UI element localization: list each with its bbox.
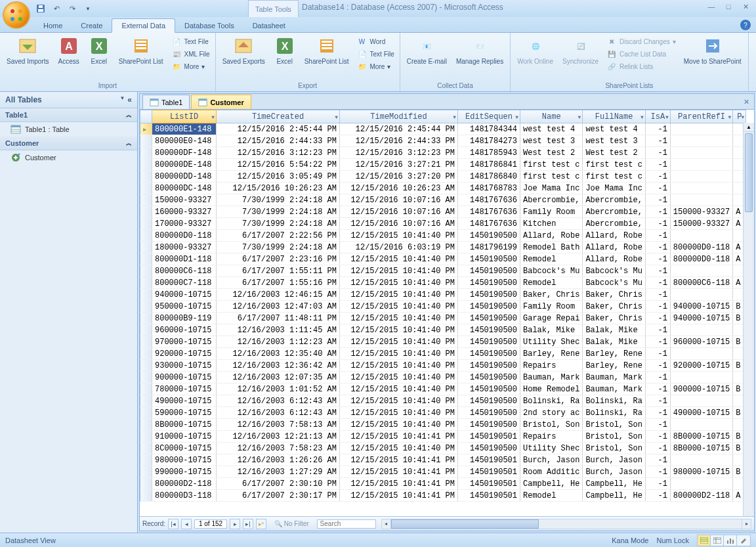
- scroll-left-icon[interactable]: ◂: [382, 519, 391, 529]
- grid-cell[interactable]: 12/15/2015 10:41:40 PM: [340, 372, 458, 383]
- grid-cell[interactable]: west test 3: [520, 135, 583, 147]
- select-all-rows[interactable]: [140, 110, 152, 123]
- grid-cell[interactable]: 12/15/2015 10:41:40 PM: [340, 395, 458, 407]
- grid-cell[interactable]: 12/15/2015 10:41:40 PM: [340, 324, 458, 336]
- column-header[interactable]: Name▼: [520, 110, 583, 123]
- grid-cell[interactable]: -1: [645, 324, 670, 336]
- grid-cell[interactable]: -1: [645, 123, 670, 135]
- grid-cell[interactable]: 12/16/2003 6:12:43 AM: [217, 395, 340, 407]
- qat-dropdown-icon[interactable]: ▼: [81, 2, 94, 15]
- grid-cell[interactable]: 8B0000-10715: [670, 443, 732, 454]
- row-selector[interactable]: [140, 183, 152, 194]
- grid-cell[interactable]: Abercrombie,: [583, 218, 645, 230]
- grid-cell[interactable]: 8B0000-10715: [670, 431, 732, 443]
- column-dropdown-icon[interactable]: ▼: [578, 114, 581, 120]
- grid-cell[interactable]: [670, 230, 732, 242]
- grid-cell[interactable]: 930000-10715: [152, 360, 217, 372]
- row-selector[interactable]: [140, 454, 152, 466]
- grid-cell[interactable]: 1450190500: [458, 348, 520, 360]
- grid-cell[interactable]: 12/15/2015 10:41:40 PM: [340, 348, 458, 360]
- grid-cell[interactable]: -1: [645, 253, 670, 265]
- export-text-button[interactable]: 📄Text File: [356, 48, 396, 60]
- row-selector[interactable]: [140, 159, 152, 171]
- hscroll-thumb[interactable]: [391, 519, 539, 529]
- grid-cell[interactable]: [670, 171, 732, 183]
- grid-cell[interactable]: Bolinski, Ra: [583, 407, 645, 419]
- grid-cell[interactable]: 12/15/2016 3:05:49 PM: [217, 171, 340, 183]
- grid-cell[interactable]: 12/15/2015 10:41:40 PM: [340, 443, 458, 454]
- export-sharepoint-button[interactable]: SharePoint List: [301, 34, 353, 66]
- row-selector[interactable]: [140, 478, 152, 490]
- nav-item[interactable]: Table1 : Table: [0, 122, 137, 137]
- column-dropdown-icon[interactable]: ▼: [453, 114, 456, 120]
- grid-cell[interactable]: first test c: [583, 171, 645, 183]
- grid-cell[interactable]: -1: [645, 135, 670, 147]
- grid-cell[interactable]: 6/17/2007 2:23:16 PM: [217, 253, 340, 265]
- manage-replies-button[interactable]: 📨Manage Replies: [452, 34, 507, 66]
- import-excel-button[interactable]: XExcel: [85, 34, 114, 66]
- grid-cell[interactable]: -1: [645, 466, 670, 478]
- grid-cell[interactable]: Burch, Jason: [520, 454, 583, 466]
- grid-cell[interactable]: 1450190500: [458, 360, 520, 372]
- grid-cell[interactable]: Burch, Jason: [583, 454, 645, 466]
- import-text-button[interactable]: 📄Text File: [170, 35, 211, 47]
- grid-cell[interactable]: 1450190501: [458, 466, 520, 478]
- grid-cell[interactable]: first test c: [520, 159, 583, 171]
- grid-cell[interactable]: -1: [645, 313, 670, 324]
- grid-cell[interactable]: 12/16/2003 7:58:13 AM: [217, 419, 340, 431]
- grid-cell[interactable]: Babcock's Mu: [520, 265, 583, 277]
- column-dropdown-icon[interactable]: ▼: [741, 114, 744, 120]
- grid-cell[interactable]: 12/15/2016 10:07:16 AM: [340, 206, 458, 218]
- grid-cell[interactable]: 12/16/2003 12:47:03 AM: [217, 301, 340, 313]
- grid-cell[interactable]: Barley, Rene: [520, 348, 583, 360]
- grid-cell[interactable]: 980000-10715: [670, 466, 732, 478]
- grid-cell[interactable]: 800000D1-118: [152, 253, 217, 265]
- grid-cell[interactable]: [670, 183, 732, 194]
- row-selector[interactable]: [140, 301, 152, 313]
- grid-cell[interactable]: [670, 372, 732, 383]
- grid-cell[interactable]: 180000-93327: [152, 242, 217, 253]
- grid-cell[interactable]: 8C0000-10715: [152, 443, 217, 454]
- grid-cell[interactable]: [670, 478, 732, 490]
- grid-cell[interactable]: Campbell, He: [583, 490, 645, 502]
- restore-icon[interactable]: □: [722, 1, 735, 12]
- grid-cell[interactable]: 12/15/2015 10:41:40 PM: [340, 360, 458, 372]
- row-selector[interactable]: [140, 383, 152, 395]
- grid-cell[interactable]: 490000-10715: [152, 395, 217, 407]
- export-excel-button[interactable]: XExcel: [270, 34, 299, 66]
- grid-cell[interactable]: 12/15/2015 10:41:41 PM: [340, 431, 458, 443]
- column-header[interactable]: ParentRefI▼: [670, 110, 732, 123]
- grid-cell[interactable]: 1450190500: [458, 407, 520, 419]
- scroll-thumb[interactable]: [745, 133, 753, 212]
- help-icon[interactable]: ?: [740, 20, 751, 30]
- saved-exports-button[interactable]: Saved Exports: [219, 34, 269, 66]
- grid-cell[interactable]: 12/15/2015 10:41:40 PM: [340, 419, 458, 431]
- grid-cell[interactable]: Bolinski, Ra: [583, 395, 645, 407]
- grid-cell[interactable]: 1450190500: [458, 253, 520, 265]
- grid-cell[interactable]: Repairs: [520, 360, 583, 372]
- collapse-icon[interactable]: ︽: [126, 139, 132, 148]
- row-selector[interactable]: [140, 171, 152, 183]
- tab-external-data[interactable]: External Data: [112, 18, 175, 33]
- grid-cell[interactable]: 12/15/2015 10:41:40 PM: [340, 230, 458, 242]
- grid-cell[interactable]: [670, 265, 732, 277]
- grid-cell[interactable]: 800000D2-118: [670, 490, 732, 502]
- column-header[interactable]: ListID▼: [152, 110, 217, 123]
- grid-cell[interactable]: 940000-10715: [670, 301, 732, 313]
- grid-cell[interactable]: 1481785943: [458, 147, 520, 159]
- doc-tab[interactable]: Table1: [142, 95, 190, 109]
- grid-cell[interactable]: west test 4: [583, 123, 645, 135]
- grid-cell[interactable]: -1: [645, 383, 670, 395]
- grid-cell[interactable]: Bauman, Mark: [583, 383, 645, 395]
- grid-cell[interactable]: 940000-10715: [152, 289, 217, 301]
- grid-cell[interactable]: Remodel: [520, 490, 583, 502]
- grid-cell[interactable]: Babcock's Mu: [583, 277, 645, 289]
- grid-cell[interactable]: Utility Shec: [520, 336, 583, 348]
- grid-cell[interactable]: Barley, Rene: [583, 360, 645, 372]
- grid-cell[interactable]: Babcock's Mu: [583, 265, 645, 277]
- row-selector[interactable]: [140, 324, 152, 336]
- grid-cell[interactable]: 1481767636: [458, 206, 520, 218]
- nav-group-header[interactable]: Table1︽: [0, 108, 137, 122]
- grid-cell[interactable]: 800000D2-118: [152, 478, 217, 490]
- grid-cell[interactable]: 960000-10715: [670, 336, 732, 348]
